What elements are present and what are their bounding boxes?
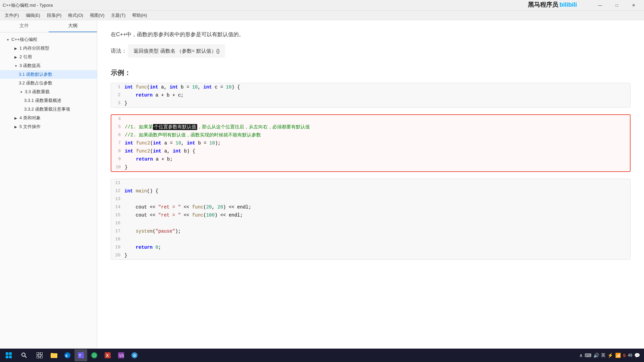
line-content-14: cout << "ret = " << func(20, 20) << endl… <box>124 203 630 211</box>
line-num-12: 12 <box>111 187 124 195</box>
code-line-8: 8 int func2(int a, int b) { <box>111 147 630 155</box>
typora-icon: T <box>77 352 85 359</box>
arrow-s5: ▶ <box>13 124 18 129</box>
code-line-12: 12 int main() { <box>111 187 630 195</box>
line-content-9: return a + b; <box>125 156 630 163</box>
code-line-2: 2 return a + b + c; <box>111 91 630 99</box>
taskbar: e T ⬡ X VS <box>0 349 644 362</box>
line-num-6: 6 <box>111 131 125 139</box>
app-green[interactable]: ⬡ <box>88 349 101 361</box>
menu-theme[interactable]: 主题(T) <box>108 12 129 19</box>
line-num-3: 3 <box>111 100 124 107</box>
sidebar-item-s2[interactable]: ▶ 2 引用 <box>0 53 97 61</box>
file-explorer-button[interactable] <box>48 349 60 361</box>
app-green-icon: ⬡ <box>91 352 98 359</box>
line-num-19: 19 <box>111 244 124 251</box>
keyboard-icon[interactable]: ⌨ <box>585 353 591 358</box>
sidebar-item-s31-label: 3.1 函数默认参数 <box>19 71 52 77</box>
menu-paragraph[interactable]: 段落(P) <box>44 12 65 19</box>
code-line-16: 16 <box>111 219 630 227</box>
code-block-3: 11 12 int main() { 13 14 cout << "ret = … <box>111 179 631 260</box>
close-button[interactable]: ✕ <box>626 0 641 11</box>
code-line-4: 4 <box>111 115 630 123</box>
chevron-up-icon[interactable]: ∧ <box>579 353 583 358</box>
line-num-10: 10 <box>111 164 125 171</box>
edge-button[interactable]: e <box>61 349 74 361</box>
svg-rect-2 <box>6 356 8 358</box>
sidebar-item-s33[interactable]: ▾ 3.3 函数重载 <box>0 87 97 96</box>
search-icon <box>21 352 27 358</box>
line-num-5: 5 <box>111 123 125 131</box>
arrow-s33: ▾ <box>19 89 23 94</box>
svg-text:VS: VS <box>119 354 124 358</box>
app-blue2[interactable]: ✿ <box>128 349 141 361</box>
badge-count: 49 <box>628 353 632 358</box>
sidebar-item-s5[interactable]: ▶ 5 文件操作 <box>0 122 97 131</box>
app-purple[interactable]: VS <box>115 349 127 361</box>
typora-button[interactable]: T <box>74 349 87 361</box>
line-content-6: //2. 如果函数声明有默认值，函数实现的时候就不能有默认参数 <box>125 131 630 139</box>
volume-icon[interactable]: 🔊 <box>593 353 599 358</box>
line-num-7: 7 <box>111 139 125 147</box>
sidebar-item-s3[interactable]: ▾ 3 函数提高 <box>0 61 97 70</box>
sidebar-item-s2-label: 2 引用 <box>19 54 32 60</box>
menu-view[interactable]: 视图(V) <box>87 12 108 19</box>
menu-edit[interactable]: 编辑(E) <box>22 12 44 19</box>
sidebar-item-s332[interactable]: 3.3.2 函数重载注意事项 <box>0 105 97 114</box>
menu-help[interactable]: 帮助(H) <box>129 12 150 19</box>
line-content-17: system("pause"); <box>124 228 630 235</box>
line-num-4: 4 <box>111 115 125 123</box>
task-view-button[interactable] <box>32 349 47 361</box>
syntax-text: 语法： 返回值类型 函数名 （参数= 默认值）{} <box>111 44 631 63</box>
sidebar-content: ▾ C++核心编程 ▶ 1 内存分区模型 ▶ 2 引用 ▾ 3 函数提高 3.1… <box>0 33 97 134</box>
sidebar-item-s1[interactable]: ▶ 1 内存分区模型 <box>0 44 97 53</box>
sidebar-item-s32-label: 3.2 函数占位参数 <box>19 80 52 86</box>
sidebar-item-root-label: C++核心编程 <box>11 37 37 43</box>
network-icon[interactable]: 📶 <box>615 353 621 358</box>
app-red[interactable]: X <box>101 349 114 361</box>
code-line-3: 3 } <box>111 99 630 107</box>
code-block-2: 4 5 //1. 如果某个位置参数有默认值，那么从这个位置往后，从左向右，必须都… <box>111 114 631 172</box>
maximize-button[interactable]: □ <box>609 0 625 11</box>
minimize-button[interactable]: — <box>592 0 608 11</box>
battery-icon[interactable]: ⚡ <box>607 353 613 358</box>
code-line-10: 10 } <box>111 163 630 171</box>
sidebar-item-root[interactable]: ▾ C++核心编程 <box>0 35 97 44</box>
line-num-20: 20 <box>111 252 124 259</box>
svg-rect-8 <box>37 356 39 358</box>
svg-text:⬡: ⬡ <box>93 354 96 357</box>
tab-files[interactable]: 文件 <box>0 20 49 32</box>
tab-outline[interactable]: 大纲 <box>49 20 97 32</box>
sidebar-item-s3-label: 3 函数提高 <box>19 63 41 69</box>
svg-rect-9 <box>40 356 43 358</box>
sidebar-item-s331[interactable]: 3.3.1 函数重载概述 <box>0 96 97 105</box>
sidebar-item-s33-label: 3.3 函数重载 <box>25 89 50 95</box>
sidebar-item-s331-label: 3.3.1 函数重载概述 <box>24 98 61 104</box>
code-block-1: 1 int func(int a, int b = 10, int c = 10… <box>111 83 631 108</box>
code-line-18: 18 <box>111 235 630 243</box>
line-num-9: 9 <box>111 156 125 163</box>
line-content-3: } <box>124 100 630 107</box>
message-icon[interactable]: 💬 <box>634 353 640 358</box>
svg-rect-6 <box>37 352 39 355</box>
arrow-s3: ▾ <box>13 63 18 68</box>
menu-file[interactable]: 文件(F) <box>1 12 22 19</box>
sidebar-item-s32[interactable]: 3.2 函数占位参数 <box>0 79 97 87</box>
menu-format[interactable]: 格式(O) <box>65 12 87 19</box>
start-button[interactable] <box>1 349 16 361</box>
line-content-2: return a + b + c; <box>124 92 630 99</box>
app-purple-icon: VS <box>117 352 125 359</box>
line-num-18: 18 <box>111 236 124 243</box>
sidebar: 文件 大纲 ▾ C++核心编程 ▶ 1 内存分区模型 ▶ 2 引用 ▾ 3 函数… <box>0 20 97 349</box>
line-content-20: } <box>124 252 630 259</box>
search-button[interactable] <box>17 349 32 361</box>
title-bar-controls: — □ ✕ <box>592 0 641 11</box>
ime-icon[interactable]: 英 <box>601 352 605 358</box>
sidebar-item-s4[interactable]: ▶ 4 类和对象 <box>0 114 97 122</box>
task-view-icon <box>37 352 43 358</box>
line-content-7: int func2(int a = 10, int b = 10); <box>125 139 630 147</box>
menu-bar: 文件(F) 编辑(E) 段落(P) 格式(O) 视图(V) 主题(T) 帮助(H… <box>0 11 644 20</box>
example-title: 示例： <box>111 68 631 77</box>
sidebar-item-s31[interactable]: 3.1 函数默认参数 <box>0 70 97 79</box>
code-line-17: 17 system("pause"); <box>111 227 630 235</box>
